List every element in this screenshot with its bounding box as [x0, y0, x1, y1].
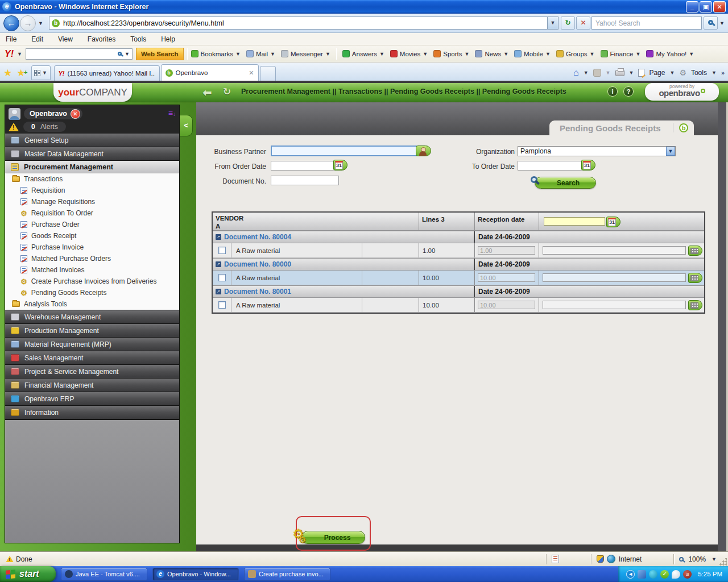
line-checkbox[interactable]	[218, 274, 226, 281]
yahoo-link-bookmarks[interactable]: Bookmarks▼	[191, 50, 241, 57]
sidebar-section-general-setup[interactable]: General Setup	[5, 134, 179, 147]
dropdown-caret-icon[interactable]: ▼	[270, 51, 275, 57]
maximize-button[interactable]: ▣	[700, 1, 712, 13]
sidebar-section-project-service-management[interactable]: Project & Service Management	[5, 365, 179, 379]
tray-update-icon[interactable]	[649, 570, 657, 579]
menu-item-matched-invoices[interactable]: Matched Invoices	[5, 264, 179, 276]
favorites-star-icon[interactable]: ★	[3, 66, 12, 81]
minimize-button[interactable]: _	[686, 1, 698, 13]
sidebar-section-openbravo-erp[interactable]: Openbravo ERP	[5, 392, 179, 406]
process-button[interactable]: ⚙⚙ Process	[301, 531, 365, 544]
menu-item-matched-purchase-orders[interactable]: Matched Purchase Orders	[5, 253, 179, 264]
sidebar-collapse-tab[interactable]: <	[180, 115, 193, 136]
dropdown-caret-icon[interactable]: ▼	[503, 51, 508, 57]
address-field[interactable]: b http://localhost:2233/openbravo/securi…	[49, 16, 548, 30]
page-button[interactable]: Page	[649, 69, 665, 77]
toolbar-overflow-chevron[interactable]: »	[721, 69, 725, 76]
search-options-dropdown[interactable]: ▼	[719, 20, 725, 26]
tray-collapse-icon[interactable]: ◄	[626, 570, 635, 579]
sidebar-section-procurement-management[interactable]: Procurement Management	[5, 161, 179, 173]
forward-button[interactable]: →	[20, 15, 36, 31]
yahoo-link-answers[interactable]: Answers▼	[342, 50, 384, 57]
sidebar-section-financial-management[interactable]: Financial Management	[5, 379, 179, 392]
yahoo-link-sports[interactable]: Sports▼	[433, 50, 469, 57]
yahoo-link-my-yahoo[interactable]: My Yahoo!▼	[646, 50, 694, 57]
close-button[interactable]: ✕	[713, 1, 726, 13]
from-order-date-input[interactable]	[271, 161, 334, 171]
menu-item-requisition[interactable]: Requisition	[5, 185, 179, 196]
menu-item-manage-requisitions[interactable]: Manage Requisitions	[5, 196, 179, 207]
home-dropdown[interactable]: ▼	[584, 70, 589, 76]
search-dropdown-icon[interactable]: ▼	[125, 51, 130, 57]
print-dropdown[interactable]: ▼	[629, 70, 634, 76]
zoom-level[interactable]: 100%	[688, 555, 706, 563]
print-icon[interactable]	[615, 70, 624, 76]
menu-item-pending-goods-receipts[interactable]: ⚙Pending Goods Receipts	[5, 287, 179, 298]
browser-tab-11563-unread-yahoo-mail-[interactable]: Y!(11563 unread) Yahoo! Mail I...	[54, 65, 160, 81]
calculator-icon[interactable]	[688, 300, 702, 310]
reception-quantity-input[interactable]	[478, 301, 535, 309]
zoom-dropdown[interactable]: ▼	[712, 556, 717, 562]
yahoo-search-input[interactable]	[592, 16, 702, 30]
dropdown-caret-icon[interactable]: ▼	[590, 51, 595, 57]
line-checkbox[interactable]	[218, 301, 226, 309]
sidebar-section-sales-management[interactable]: Sales Management	[5, 351, 179, 365]
tray-app-icon[interactable]: a	[683, 570, 692, 579]
add-favorite-icon[interactable]: ★	[16, 66, 25, 81]
sidebar-section-warehouse-management[interactable]: Warehouse Management	[5, 310, 179, 324]
menu-item-purchase-invoice[interactable]: Purchase Invoice	[5, 242, 179, 253]
from-date-calendar-icon[interactable]: 31	[333, 160, 348, 171]
dropdown-caret-icon[interactable]: ▼	[423, 51, 428, 57]
tools-dropdown[interactable]: ▼	[712, 70, 717, 76]
sidebar-section-information[interactable]: Information	[5, 406, 179, 419]
reception-quantity-input[interactable]	[478, 273, 535, 282]
reception-filter-calendar-icon[interactable]: 31	[606, 217, 621, 227]
menu-edit[interactable]: Edit	[31, 35, 43, 43]
dropdown-caret-icon[interactable]: ▼	[689, 51, 694, 57]
dropdown-caret-icon[interactable]: ▼	[545, 51, 551, 57]
taskbar-task-create-purchase-invo[interactable]: Create purchase invo...	[244, 568, 330, 581]
app-back-icon[interactable]: ⬅	[202, 86, 212, 99]
menu-item-purchase-order[interactable]: Purchase Order	[5, 219, 179, 230]
taskbar-task-openbravo-window[interactable]: eOpenbravo - Window...	[152, 568, 239, 581]
menu-favorites[interactable]: Favorites	[88, 35, 115, 43]
menu-item-transactions[interactable]: Transactions	[5, 173, 179, 185]
menu-item-analysis-tools[interactable]: Analysis Tools	[5, 298, 179, 310]
document-link[interactable]: Document No. 80001	[224, 288, 291, 296]
alerts-row[interactable]: 0 Alerts	[5, 120, 179, 134]
nav-history-dropdown[interactable]: ▼	[38, 20, 43, 26]
yahoo-link-groups[interactable]: Groups▼	[556, 50, 595, 57]
address-url[interactable]: http://localhost:2233/openbravo/security…	[63, 19, 224, 27]
business-partner-picker-icon[interactable]	[416, 146, 431, 156]
yahoo-link-finance[interactable]: Finance▼	[601, 50, 641, 57]
taskbar-task-java-ee-tomcat-v6[interactable]: Java EE - Tomcat v6....	[61, 568, 147, 581]
sidebar-section-master-data-management[interactable]: Master Data Management	[5, 147, 179, 161]
calculator-icon[interactable]	[688, 246, 702, 256]
logout-icon[interactable]: ✕	[71, 109, 80, 119]
menu-tools[interactable]: Tools	[130, 35, 146, 43]
yahoo-logo-dropdown[interactable]: ▼	[17, 51, 22, 57]
browser-tab-openbravo[interactable]: bOpenbravo✕	[161, 64, 259, 81]
sidebar-section-material-requirement-mrp[interactable]: Material Requirement (MRP)	[5, 338, 179, 351]
page-dropdown[interactable]: ▼	[669, 70, 675, 76]
reception-date-input[interactable]	[543, 246, 686, 255]
document-link[interactable]: Document No. 80004	[224, 233, 291, 241]
app-refresh-icon[interactable]: ↻	[223, 86, 231, 98]
yahoo-toolbar-search[interactable]: ▼	[26, 48, 133, 60]
menu-file[interactable]: File	[6, 35, 16, 43]
home-icon[interactable]: ⌂	[573, 68, 579, 78]
menu-help[interactable]: Help	[161, 35, 175, 43]
info-icon[interactable]: i	[607, 86, 618, 97]
stop-button[interactable]: ✕	[576, 16, 590, 30]
yahoo-link-messenger[interactable]: Messenger▼	[281, 50, 330, 57]
yahoo-link-news[interactable]: News▼	[475, 50, 508, 57]
reception-date-input[interactable]	[543, 301, 686, 309]
select-chevron-icon[interactable]: ▼	[666, 147, 675, 156]
tray-network-icon[interactable]	[638, 570, 646, 579]
menu-item-requisition-to-order[interactable]: ⚙Requisition To Order	[5, 207, 179, 219]
menu-sort-icon[interactable]: ≡↓	[168, 109, 176, 118]
tools-button[interactable]: Tools	[691, 69, 707, 77]
dropdown-caret-icon[interactable]: ▼	[325, 51, 330, 57]
back-button[interactable]: ←	[3, 15, 19, 31]
new-tab-stub[interactable]	[260, 66, 276, 81]
